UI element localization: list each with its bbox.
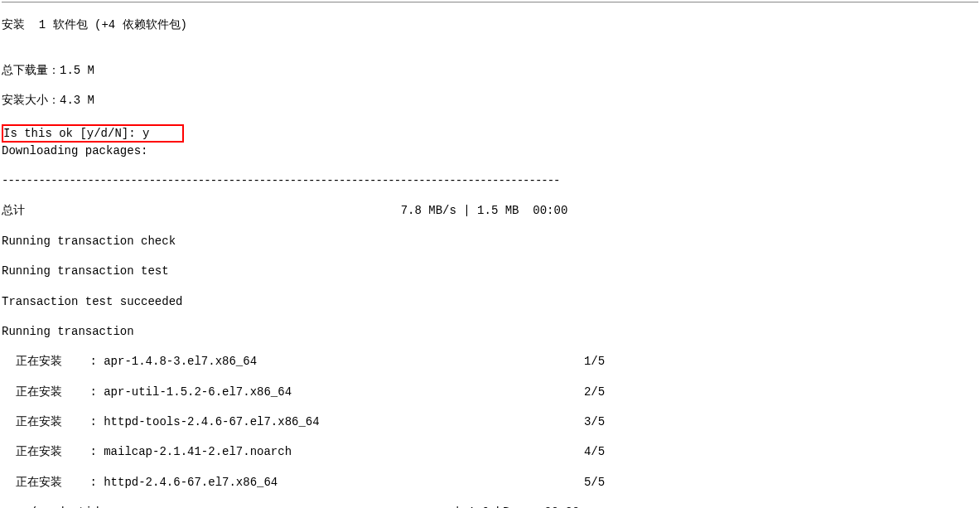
total-speed: 7.8 MB/s | 1.5 MB 00:00 [401, 204, 568, 217]
total-line: 总计 7.8 MB/s | 1.5 MB 00:00 [2, 203, 978, 218]
separator-line: ----------------------------------------… [2, 173, 590, 188]
transaction-check-line: Running transaction check [2, 234, 978, 249]
terminal-output: 安装 1 软件包 (+4 依赖软件包) 总下载量：1.5 M 安装大小：4.3 … [2, 2, 978, 508]
repo-line: mamu/productid | 1.6 kB 00:00 [2, 505, 978, 508]
install-row: 正在安装 : httpd-2.4.6-67.el7.x86_64 5/5 [2, 475, 978, 490]
install-row: 正在安装 : mailcap-2.1.41-2.el7.noarch 4/5 [2, 444, 978, 459]
transaction-running-line: Running transaction [2, 324, 978, 339]
install-size-line: 安装大小：4.3 M [2, 93, 978, 108]
install-row: 正在安装 : apr-util-1.5.2-6.el7.x86_64 2/5 [2, 385, 978, 399]
install-row: 正在安装 : httpd-tools-2.4.6-67.el7.x86_64 3… [2, 414, 978, 429]
install-row: 正在安装 : apr-1.4.8-3.el7.x86_64 1/5 [2, 354, 978, 369]
transaction-succeeded-line: Transaction test succeeded [2, 294, 978, 309]
download-size-line: 总下载量：1.5 M [2, 63, 978, 78]
confirm-prompt-box: Is this ok [y/d/N]: y [2, 124, 184, 143]
confirm-prompt-text[interactable]: Is this ok [y/d/N]: y [3, 127, 149, 140]
downloading-line: Downloading packages: [2, 143, 978, 158]
total-label: 总计 [2, 204, 25, 217]
install-summary-line: 安装 1 软件包 (+4 依赖软件包) [2, 17, 978, 32]
transaction-test-line: Running transaction test [2, 264, 978, 278]
